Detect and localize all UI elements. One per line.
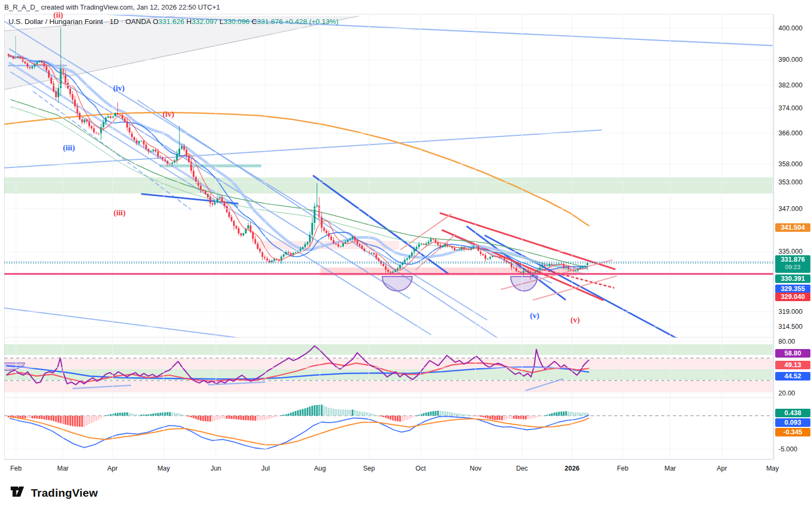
time-tick: Apr: [107, 465, 117, 472]
legend-separator: ·: [105, 18, 108, 26]
price-axis-badge: 44.52: [775, 372, 810, 381]
interval-label[interactable]: 1D: [110, 18, 119, 26]
time-tick: Sep: [363, 465, 375, 472]
time-tick: Mar: [664, 465, 676, 472]
price-tick: 374.000: [778, 104, 802, 112]
price-axis-badge: 329.355: [775, 285, 810, 293]
elliott-wave-label[interactable]: (iii): [114, 208, 126, 217]
time-tick: Mar: [57, 465, 69, 472]
change-value: +0.428 (+0.13%): [285, 18, 339, 26]
chart-canvas[interactable]: [4, 14, 774, 459]
price-tick: 400.000: [778, 25, 802, 32]
price-axis-badge: 330.391: [775, 274, 810, 283]
tradingview-logo-icon: [11, 486, 27, 500]
symbol-title[interactable]: U.S. Dollar / Hungarian Forint: [9, 18, 103, 26]
price-tick: 366.000: [778, 129, 802, 137]
countdown-timer: 09:23: [777, 263, 808, 271]
time-axis[interactable]: FebMarAprMayJunJulAugSepOctNovDec2026Feb…: [4, 459, 774, 478]
price-tick: 353.000: [778, 179, 802, 186]
high-value: 332.097: [191, 18, 218, 26]
time-tick: Feb: [10, 465, 22, 472]
time-tick: Apr: [717, 465, 727, 472]
high-letter: H: [186, 18, 191, 26]
price-tick: 80.00: [778, 338, 795, 345]
time-tick: Dec: [516, 465, 528, 472]
close-value: 331.876: [257, 18, 283, 26]
price-tick: 347.000: [778, 205, 802, 213]
price-tick: 382.000: [778, 82, 802, 89]
elliott-wave-label[interactable]: (v): [570, 315, 580, 325]
price-axis-badge: 0.438: [775, 409, 810, 417]
price-tick: 314.500: [778, 323, 802, 330]
price-axis-badge: 329.040: [775, 293, 810, 301]
time-tick: Feb: [617, 465, 629, 472]
tradingview-logo-text: TradingView: [31, 487, 98, 499]
attribution-text: B_R_A_D_ created with TradingView.com, J…: [4, 3, 220, 11]
time-tick: Oct: [415, 465, 425, 472]
price-axis-badge: -0.345: [775, 428, 810, 436]
tradingview-chart-window: B_R_A_D_ created with TradingView.com, J…: [0, 0, 812, 510]
price-tick: 319.000: [778, 308, 802, 315]
time-tick: Jul: [261, 465, 270, 472]
price-tick: 390.000: [778, 56, 802, 63]
time-tick: Nov: [470, 465, 481, 472]
price-axis-badge: 331.87609:23: [775, 255, 810, 273]
elliott-wave-label[interactable]: (iii): [63, 143, 75, 152]
price-tick: 358.000: [778, 160, 802, 168]
price-tick: 335.000: [778, 248, 802, 255]
legend-separator: ·: [121, 18, 124, 26]
exchange-label[interactable]: OANDA: [125, 18, 150, 26]
low-value: 330.096: [223, 18, 250, 26]
elliott-wave-label[interactable]: (v): [530, 311, 540, 320]
time-tick: Aug: [314, 465, 326, 472]
close-letter: C: [252, 18, 257, 26]
elliott-wave-label[interactable]: (iv): [113, 84, 125, 93]
open-value: 331.626: [158, 18, 184, 26]
tradingview-logo[interactable]: TradingView: [11, 486, 98, 500]
price-axis-badge: 341.504: [775, 223, 810, 232]
price-tick: -5.000: [778, 446, 797, 453]
time-tick: Jun: [211, 465, 221, 472]
time-tick: 2026: [565, 465, 580, 472]
elliott-wave-label[interactable]: (iv): [163, 110, 174, 119]
price-axis-badge: 49.13: [775, 361, 810, 369]
symbol-legend[interactable]: U.S. Dollar / Hungarian Forint·1D·OANDA …: [9, 18, 339, 26]
price-axis[interactable]: 400.000390.000382.000374.000366.000358.0…: [774, 14, 812, 459]
price-axis-badge: 0.093: [775, 418, 810, 427]
time-tick: May: [157, 465, 170, 472]
price-tick: 20.00: [778, 390, 795, 397]
open-letter: O: [152, 18, 158, 26]
price-axis-badge: 58.80: [775, 349, 810, 358]
time-tick: May: [766, 465, 779, 472]
